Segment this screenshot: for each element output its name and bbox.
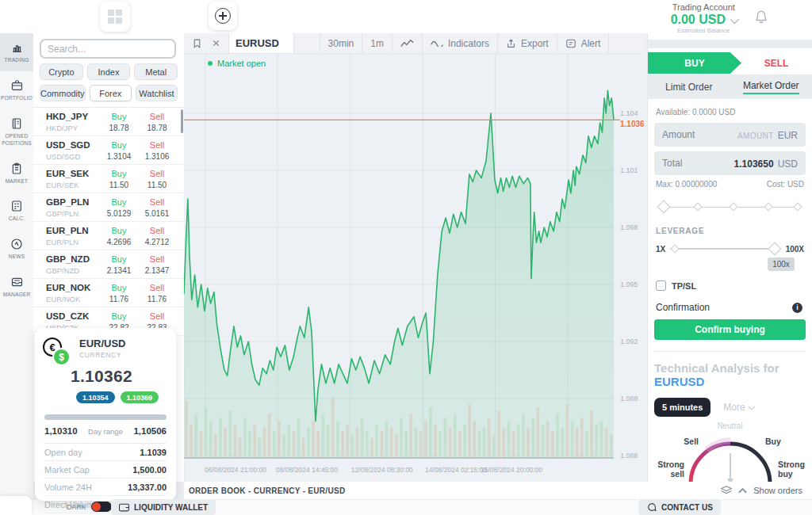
buy-tab[interactable]: BUY [648,52,741,74]
show-orders-button[interactable]: Show orders [721,486,802,495]
close-tab-icon[interactable] [212,39,220,48]
percent-stop-25[interactable] [693,202,702,211]
wave-icon [431,40,443,47]
svg-text:12/08/2024 08:30:00: 12/08/2024 08:30:00 [351,466,413,474]
leverage-slider[interactable] [670,243,780,254]
leverage-slider-handle[interactable] [768,242,781,256]
sell-tab[interactable]: SELL [741,52,812,74]
instrument-row-eur_pln[interactable]: EUR_PLNEUR/PLNBuy4.2696Sell4.2712 [33,222,184,250]
filter-chip-metal[interactable]: Metal [134,63,178,80]
trading-app: Trading Account 0.00 USD Estimated Balan… [0,0,812,515]
instrument-row-eur_sek[interactable]: EUR_SEKEUR/SEKBuy11.50Sell11.50 [33,165,184,193]
confirm-buying-button[interactable]: Confirm buying [654,319,806,340]
buy-quote[interactable]: Buy4.2696 [100,226,138,246]
svg-text:08/08/2024 14:45:00: 08/08/2024 14:45:00 [276,466,338,474]
tpsl-checkbox-row[interactable]: TP/SL [656,280,804,291]
sell-quote[interactable]: Sell1.3106 [138,140,176,161]
filter-chip-commodity[interactable]: Commodity [40,85,86,101]
indicators-button[interactable]: Indicators [423,33,498,53]
sidebar-item-manager[interactable]: MANAGER [0,268,33,306]
tpsl-checkbox[interactable] [656,280,666,291]
sell-quote[interactable]: Sell18.78 [138,112,176,132]
svg-text:1.092: 1.092 [620,338,638,345]
info-icon[interactable]: i [792,303,802,313]
sidebar-item-label: NEWS [9,254,25,261]
instrument-row-eur_nok[interactable]: EUR_NOKEUR/NOKBuy11.76Sell11.76 [33,279,184,307]
apps-grid-button[interactable] [100,2,130,32]
day-range-bar [44,414,167,420]
sidebar-item-opened-positions[interactable]: OPENED POSITIONS [0,109,33,154]
percent-slider-handle[interactable] [657,200,671,214]
instrument-symbol: USD_CZK [46,311,100,321]
amount-field[interactable]: Amount AMOUNTEUR [654,123,806,147]
chart-symbol-tab[interactable]: EURUSD [229,33,294,53]
bookmark-icon[interactable] [192,38,202,49]
filter-chip-crypto[interactable]: Crypto [40,63,83,80]
alert-icon [565,38,576,49]
sidebar-item-calc-[interactable]: CALC. [0,192,33,230]
svg-text:1.101: 1.101 [620,166,638,174]
add-tab-button[interactable] [209,2,237,30]
sidebar-item-trading[interactable]: TRADING [0,33,33,71]
sidebar-item-label: MANAGER [3,292,31,299]
percent-slider[interactable] [659,201,801,212]
sidebar-item-news[interactable]: NEWS [0,230,33,268]
instrument-row-hkd_jpy[interactable]: HKD_JPYHKD/JPYBuy18.78Sell18.78 [33,108,184,136]
search-input[interactable] [40,39,176,59]
sell-quote[interactable]: Sell4.2712 [138,226,176,246]
buy-quote[interactable]: Buy2.1341 [100,254,138,275]
more-dropdown[interactable]: More [723,402,753,413]
export-button[interactable]: Export [498,33,557,53]
liquidity-wallet-button[interactable]: LIQUIDITY WALLET [111,499,216,515]
instrument-pair: GBP/PLN [46,209,100,218]
notifications-bell-icon[interactable] [754,10,768,24]
sell-quote[interactable]: Sell11.76 [138,283,176,303]
sell-quote[interactable]: Sell2.1347 [138,254,176,275]
contact-us-button[interactable]: CONTACT US [638,499,721,515]
buy-quote[interactable]: Buy11.50 [100,169,138,189]
timeframe-30min-button[interactable]: 30min [320,33,363,53]
stat-value: 13,337.00 [128,483,167,492]
timeframe-1m-button[interactable]: 1m [362,33,393,53]
timeframe-5min-pill[interactable]: 5 minutes [654,398,710,417]
buy-quote[interactable]: Buy18.78 [100,112,138,132]
percent-stop-50[interactable] [729,202,737,211]
amount-currency: EUR [778,130,798,141]
sidebar-item-label: MARKET [6,178,29,185]
stat-label: Open day [44,448,82,457]
filter-chip-index[interactable]: Index [87,63,131,80]
instrument-row-gbp_nzd[interactable]: GBP_NZDGBP/NZDBuy2.1341Sell2.1347 [33,250,184,279]
sell-quote[interactable]: Sell11.50 [138,169,176,189]
order-panel: BUY SELL Limit Order Market Order Availa… [647,33,812,482]
percent-stop-100[interactable] [793,202,802,211]
limit-order-tab[interactable]: Limit Order [648,74,730,99]
technical-analysis-symbol: EURUSD [654,375,704,388]
filter-chip-forex[interactable]: Forex [90,85,132,101]
price-chart[interactable]: Market open 1.1041.1011.0981.0951.0921.0… [184,54,644,482]
svg-text:1.104: 1.104 [620,109,638,117]
buy-quote[interactable]: Buy11.76 [100,283,138,303]
market-order-tab[interactable]: Market Order [730,74,812,99]
filter-chip-watchlist[interactable]: Watchlist [136,85,178,101]
alert-button[interactable]: Alert [557,33,610,53]
sidebar-item-market[interactable]: MARKET [0,154,33,193]
total-field[interactable]: Total 1.103650USD [654,151,806,175]
buy-quote[interactable]: Buy5.0129 [100,197,138,218]
briefcase-icon [10,79,24,92]
percent-stop-75[interactable] [764,202,773,211]
journal-icon [10,117,23,130]
instrument-row-gbp_pln[interactable]: GBP_PLNGBP/PLNBuy5.0129Sell5.0161 [33,193,184,222]
technical-analysis-title: Technical Analysis for EURUSD [654,361,806,388]
chart-type-button[interactable] [393,33,423,53]
account-summary[interactable]: Trading Account 0.00 USD Estimated Balan… [671,2,737,34]
buy-quote[interactable]: Buy1.3104 [100,140,138,161]
list-scrollbar[interactable] [181,109,183,133]
instrument-symbol: EUR_SEK [46,169,100,178]
theme-switch[interactable] [91,502,112,512]
grid-icon [108,10,122,24]
instrument-row-usd_sgd[interactable]: USD_SGDUSD/SGDBuy1.3104Sell1.3106 [33,136,184,165]
leverage-min-stop [671,244,680,253]
clipboard-icon [10,162,23,175]
sidebar-item-portfolio[interactable]: PORTFOLIO [0,71,33,109]
sell-quote[interactable]: Sell5.0161 [138,197,176,218]
